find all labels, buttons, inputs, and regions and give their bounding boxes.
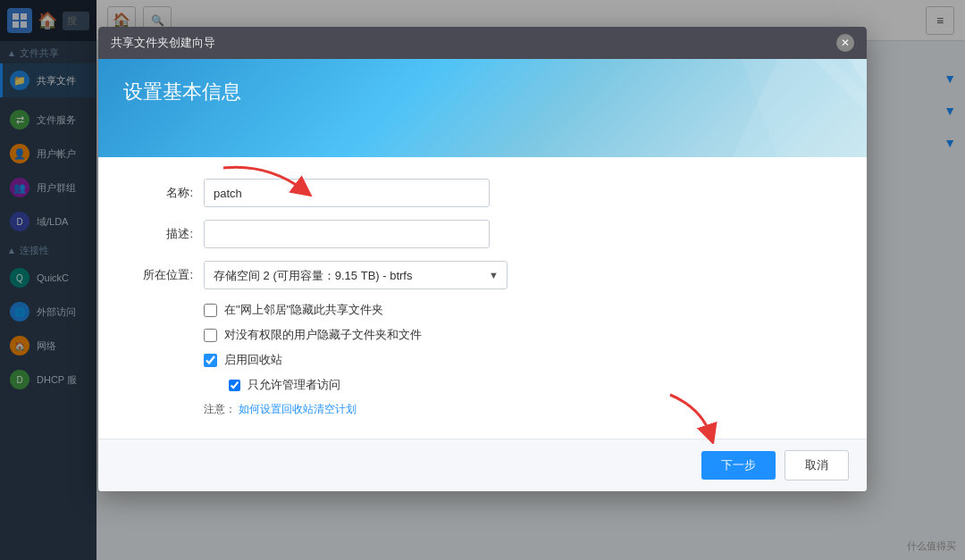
- header-decoration: [599, 59, 867, 157]
- enable-recycle-label: 启用回收站: [224, 352, 282, 368]
- modal-close-button[interactable]: ✕: [836, 34, 854, 52]
- note-prefix: 注意：: [204, 403, 236, 415]
- location-select[interactable]: 存储空间 2 (可用容量：9.15 TB) - btrfs: [204, 261, 508, 289]
- modal-overlay: 共享文件夹创建向导 ✕ 设置基本信息 名称: 描述:: [0, 0, 965, 560]
- modal-header: 设置基本信息: [98, 59, 867, 157]
- checkbox-hide-network: 在"网上邻居"隐藏此共享文件夹: [123, 302, 842, 318]
- modal-titlebar: 共享文件夹创建向导 ✕: [98, 27, 867, 59]
- admin-only-checkbox[interactable]: [229, 380, 240, 391]
- admin-only-label: 只允许管理者访问: [248, 377, 340, 393]
- form-row-desc: 描述:: [123, 220, 842, 248]
- form-row-name: 名称:: [123, 179, 842, 207]
- desc-input[interactable]: [204, 220, 490, 248]
- checkbox-hide-no-perm: 对没有权限的用户隐藏子文件夹和文件: [123, 327, 842, 343]
- checkbox-enable-recycle: 启用回收站: [123, 352, 842, 368]
- modal-footer: 下一步 取消: [98, 439, 867, 491]
- desc-label: 描述:: [123, 226, 204, 242]
- modal-dialog: 共享文件夹创建向导 ✕ 设置基本信息 名称: 描述:: [98, 27, 867, 491]
- location-select-wrapper: 存储空间 2 (可用容量：9.15 TB) - btrfs ▼: [204, 261, 508, 289]
- modal-body: 名称: 描述: 所在位置: 存储空间 2 (可用容量：9.15 TB) - bt…: [98, 157, 867, 439]
- location-label: 所在位置:: [123, 267, 204, 283]
- hide-no-perm-label: 对没有权限的用户隐藏子文件夹和文件: [224, 327, 422, 343]
- next-button[interactable]: 下一步: [701, 451, 776, 480]
- modal-header-title: 设置基本信息: [123, 79, 842, 105]
- note-link[interactable]: 如何设置回收站清空计划: [239, 403, 357, 415]
- modal-title: 共享文件夹创建向导: [111, 35, 215, 51]
- hide-no-perm-checkbox[interactable]: [204, 329, 217, 342]
- form-row-location: 所在位置: 存储空间 2 (可用容量：9.15 TB) - btrfs ▼: [123, 261, 842, 289]
- hide-network-label: 在"网上邻居"隐藏此共享文件夹: [224, 302, 383, 318]
- note-row: 注意： 如何设置回收站清空计划: [123, 402, 842, 417]
- cancel-button[interactable]: 取消: [785, 450, 849, 481]
- sub-checkbox-admin-only: 只允许管理者访问: [123, 377, 842, 393]
- name-input[interactable]: [204, 179, 490, 207]
- name-label: 名称:: [123, 185, 204, 201]
- hide-network-checkbox[interactable]: [204, 304, 217, 317]
- enable-recycle-checkbox[interactable]: [204, 354, 217, 367]
